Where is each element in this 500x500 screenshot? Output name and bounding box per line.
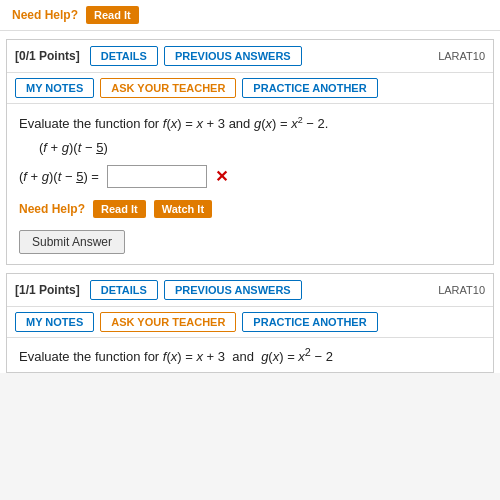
- previous-answers-button-1[interactable]: PREVIOUS ANSWERS: [164, 46, 302, 66]
- details-button-1[interactable]: DETAILS: [90, 46, 158, 66]
- bottom-problem-text: Evaluate the function for f(x) = x + 3 a…: [7, 338, 493, 372]
- and-text: and: [229, 116, 254, 131]
- answer-row: (f + g)(t − 5) = ✕: [19, 165, 481, 188]
- top-strip: Need Help? Read It: [0, 0, 500, 31]
- practice-another-button-1[interactable]: PRACTICE ANOTHER: [242, 78, 377, 98]
- submit-button-1[interactable]: Submit Answer: [19, 230, 125, 254]
- watch-it-button-1[interactable]: Watch It: [154, 200, 212, 218]
- section-1: [0/1 Points] DETAILS PREVIOUS ANSWERS LA…: [6, 39, 494, 265]
- problem-intro: Evaluate the function for: [19, 116, 159, 131]
- gx-expression: g(x) = x2 − 2.: [254, 116, 328, 131]
- points-label-1: [0/1 Points]: [15, 49, 80, 63]
- ask-teacher-button-1[interactable]: ASK YOUR TEACHER: [100, 78, 236, 98]
- ask-teacher-button-2[interactable]: ASK YOUR TEACHER: [100, 312, 236, 332]
- larat-label-2: LARAT10: [438, 284, 485, 296]
- read-it-button-top[interactable]: Read It: [86, 6, 139, 24]
- larat-label-1: LARAT10: [438, 50, 485, 62]
- section-2: [1/1 Points] DETAILS PREVIOUS ANSWERS LA…: [6, 273, 494, 373]
- problem-statement: Evaluate the function for f(x) = x + 3 a…: [19, 114, 481, 134]
- need-help-label: Need Help?: [12, 8, 78, 22]
- need-help-row-1: Need Help? Read It Watch It: [19, 200, 481, 218]
- points-label-2: [1/1 Points]: [15, 283, 80, 297]
- answer-label: (f + g)(t − 5) =: [19, 169, 99, 184]
- error-icon: ✕: [215, 167, 228, 186]
- my-notes-button-1[interactable]: MY NOTES: [15, 78, 94, 98]
- answer-input[interactable]: [107, 165, 207, 188]
- points-row-1: [0/1 Points] DETAILS PREVIOUS ANSWERS LA…: [7, 40, 493, 73]
- practice-another-button-2[interactable]: PRACTICE ANOTHER: [242, 312, 377, 332]
- expression-line: (f + g)(t − 5): [39, 140, 481, 155]
- need-help-label-1: Need Help?: [19, 202, 85, 216]
- notes-row-2: MY NOTES ASK YOUR TEACHER PRACTICE ANOTH…: [7, 307, 493, 338]
- notes-row-1: MY NOTES ASK YOUR TEACHER PRACTICE ANOTH…: [7, 73, 493, 104]
- my-notes-button-2[interactable]: MY NOTES: [15, 312, 94, 332]
- content-area-1: Evaluate the function for f(x) = x + 3 a…: [7, 104, 493, 264]
- fx-expression: f(x) = x + 3: [163, 116, 225, 131]
- details-button-2[interactable]: DETAILS: [90, 280, 158, 300]
- previous-answers-button-2[interactable]: PREVIOUS ANSWERS: [164, 280, 302, 300]
- points-row-2: [1/1 Points] DETAILS PREVIOUS ANSWERS LA…: [7, 274, 493, 307]
- read-it-button-1[interactable]: Read It: [93, 200, 146, 218]
